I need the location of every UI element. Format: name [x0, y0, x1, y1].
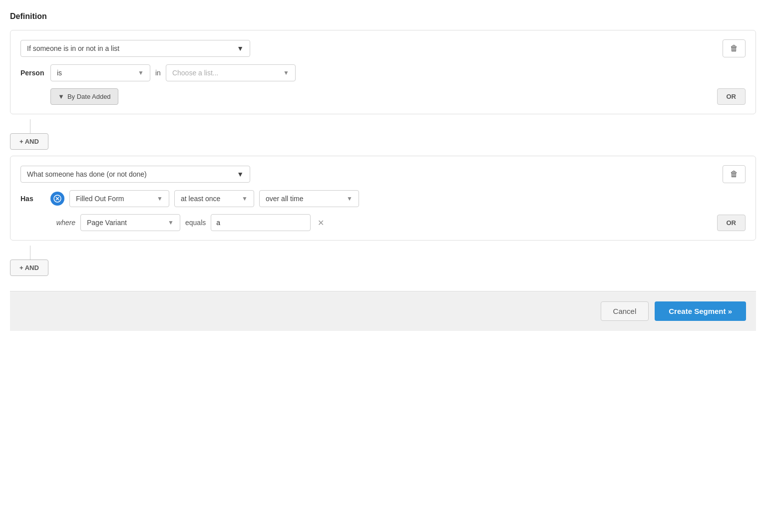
- connector-line-2: [30, 246, 30, 260]
- condition-type-chevron-2: ▼: [237, 170, 244, 178]
- event-select[interactable]: Filled Out Form ▼: [69, 190, 169, 207]
- cancel-button[interactable]: Cancel: [601, 301, 649, 321]
- condition-block-2: What someone has done (or not done) ▼ 🗑 …: [10, 156, 756, 241]
- clear-value-button[interactable]: ✕: [316, 216, 326, 230]
- condition-type-label-1: If someone is in or not in a list: [27, 44, 119, 52]
- filter-row: ▼ By Date Added OR: [20, 88, 746, 105]
- equals-label: equals: [185, 219, 206, 227]
- and-connector-1: + AND: [10, 119, 756, 150]
- or-button-2[interactable]: OR: [717, 215, 746, 231]
- condition-type-label-2: What someone has done (or not done): [27, 170, 147, 178]
- value-input[interactable]: [211, 214, 311, 231]
- close-icon: ✕: [318, 219, 324, 227]
- create-segment-button[interactable]: Create Segment »: [655, 301, 746, 321]
- and-button-1[interactable]: + AND: [10, 133, 48, 150]
- delete-button-2[interactable]: 🗑: [723, 165, 746, 183]
- person-row: Person is ▼ in Choose a list... ▼: [20, 64, 746, 81]
- where-row: where Page Variant ▼ equals ✕ OR: [20, 214, 746, 231]
- trash-icon-1: 🗑: [730, 44, 738, 53]
- delete-button-1[interactable]: 🗑: [723, 39, 746, 57]
- condition-block-1: If someone is in or not in a list ▼ 🗑 Pe…: [10, 30, 756, 114]
- frequency-select[interactable]: at least once ▼: [174, 190, 254, 207]
- and-connector-2: + AND: [10, 246, 756, 276]
- page-title: Definition: [10, 12, 756, 21]
- person-label: Person: [20, 69, 45, 77]
- in-label: in: [155, 69, 161, 77]
- has-label: Has: [20, 195, 45, 203]
- has-row: Has Filled Out Form ▼ at least once ▼ ov…: [20, 190, 746, 207]
- property-select[interactable]: Page Variant ▼: [80, 214, 180, 231]
- connector-line-1: [30, 119, 30, 133]
- time-range-select[interactable]: over all time ▼: [259, 190, 359, 207]
- trash-icon-2: 🗑: [730, 170, 738, 179]
- condition-type-row-1: If someone is in or not in a list ▼ 🗑: [20, 39, 746, 57]
- footer-bar: Cancel Create Segment »: [10, 291, 756, 331]
- condition-type-select-1[interactable]: If someone is in or not in a list ▼: [20, 40, 250, 57]
- list-select[interactable]: Choose a list... ▼: [166, 64, 296, 81]
- condition-type-chevron-1: ▼: [237, 44, 244, 52]
- filter-icon: ▼: [58, 93, 64, 100]
- condition-type-select-2[interactable]: What someone has done (or not done) ▼: [20, 166, 250, 183]
- person-is-select[interactable]: is ▼: [50, 64, 150, 81]
- where-label: where: [50, 219, 75, 227]
- event-icon: [50, 192, 64, 206]
- and-button-2[interactable]: + AND: [10, 260, 48, 276]
- filter-by-date-button[interactable]: ▼ By Date Added: [50, 88, 118, 105]
- condition-type-row-2: What someone has done (or not done) ▼ 🗑: [20, 165, 746, 183]
- or-button-1[interactable]: OR: [717, 88, 746, 105]
- filter-btn-label: By Date Added: [67, 93, 111, 100]
